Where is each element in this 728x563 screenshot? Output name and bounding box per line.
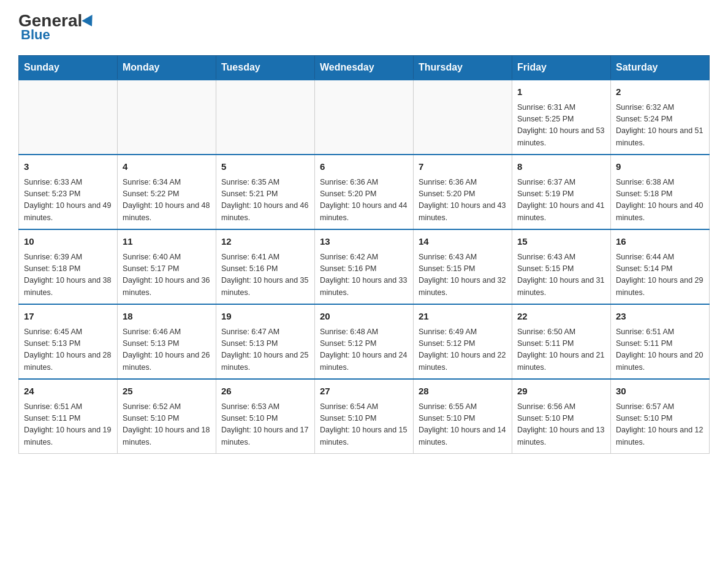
page-header: General Blue [18,12,710,43]
day-number: 14 [419,235,507,249]
calendar-cell: 10Sunrise: 6:39 AM Sunset: 5:18 PM Dayli… [19,229,118,304]
weekday-header-thursday: Thursday [414,56,512,80]
day-number: 29 [517,385,605,399]
calendar-cell: 23Sunrise: 6:51 AM Sunset: 5:11 PM Dayli… [611,304,710,379]
calendar-cell: 8Sunrise: 6:37 AM Sunset: 5:19 PM Daylig… [512,155,611,229]
calendar-cell [414,80,512,155]
calendar-cell: 7Sunrise: 6:36 AM Sunset: 5:20 PM Daylig… [414,155,512,229]
calendar-cell: 27Sunrise: 6:54 AM Sunset: 5:10 PM Dayli… [315,379,414,454]
day-info: Sunrise: 6:51 AM Sunset: 5:11 PM Dayligh… [24,401,112,449]
day-info: Sunrise: 6:45 AM Sunset: 5:13 PM Dayligh… [24,326,112,374]
day-info: Sunrise: 6:52 AM Sunset: 5:10 PM Dayligh… [123,401,211,449]
day-number: 13 [320,235,408,249]
day-number: 27 [320,385,408,399]
day-number: 1 [517,85,605,99]
weekday-header-wednesday: Wednesday [315,56,414,80]
calendar-cell: 16Sunrise: 6:44 AM Sunset: 5:14 PM Dayli… [611,229,710,304]
day-number: 16 [616,235,704,249]
calendar-cell: 19Sunrise: 6:47 AM Sunset: 5:13 PM Dayli… [216,304,315,379]
day-info: Sunrise: 6:39 AM Sunset: 5:18 PM Dayligh… [24,251,112,299]
calendar-cell: 13Sunrise: 6:42 AM Sunset: 5:16 PM Dayli… [315,229,414,304]
day-info: Sunrise: 6:49 AM Sunset: 5:12 PM Dayligh… [419,326,507,374]
day-number: 11 [123,235,211,249]
weekday-header-sunday: Sunday [19,56,118,80]
day-info: Sunrise: 6:43 AM Sunset: 5:15 PM Dayligh… [517,251,605,299]
day-info: Sunrise: 6:42 AM Sunset: 5:16 PM Dayligh… [320,251,408,299]
day-info: Sunrise: 6:57 AM Sunset: 5:10 PM Dayligh… [616,401,704,449]
day-info: Sunrise: 6:35 AM Sunset: 5:21 PM Dayligh… [221,177,309,224]
calendar-cell [19,80,118,155]
calendar-cell: 24Sunrise: 6:51 AM Sunset: 5:11 PM Dayli… [19,379,118,454]
day-number: 4 [123,160,211,174]
day-number: 21 [419,310,507,324]
calendar-cell [216,80,315,155]
day-number: 22 [517,310,605,324]
calendar-cell: 18Sunrise: 6:46 AM Sunset: 5:13 PM Dayli… [118,304,216,379]
calendar-cell: 17Sunrise: 6:45 AM Sunset: 5:13 PM Dayli… [19,304,118,379]
day-info: Sunrise: 6:54 AM Sunset: 5:10 PM Dayligh… [320,401,408,449]
calendar-cell: 25Sunrise: 6:52 AM Sunset: 5:10 PM Dayli… [118,379,216,454]
calendar-cell: 3Sunrise: 6:33 AM Sunset: 5:23 PM Daylig… [19,155,118,229]
day-number: 9 [616,160,704,174]
day-info: Sunrise: 6:48 AM Sunset: 5:12 PM Dayligh… [320,326,408,374]
day-info: Sunrise: 6:56 AM Sunset: 5:10 PM Dayligh… [517,401,605,449]
calendar-cell: 15Sunrise: 6:43 AM Sunset: 5:15 PM Dayli… [512,229,611,304]
calendar-cell: 22Sunrise: 6:50 AM Sunset: 5:11 PM Dayli… [512,304,611,379]
day-info: Sunrise: 6:55 AM Sunset: 5:10 PM Dayligh… [419,401,507,449]
calendar-cell: 14Sunrise: 6:43 AM Sunset: 5:15 PM Dayli… [414,229,512,304]
calendar-header-row: SundayMondayTuesdayWednesdayThursdayFrid… [19,56,710,80]
weekday-header-tuesday: Tuesday [216,56,315,80]
day-number: 12 [221,235,309,249]
day-number: 6 [320,160,408,174]
day-info: Sunrise: 6:31 AM Sunset: 5:25 PM Dayligh… [517,102,605,150]
logo-triangle-icon [82,15,97,29]
day-number: 19 [221,310,309,324]
day-info: Sunrise: 6:36 AM Sunset: 5:20 PM Dayligh… [320,177,408,224]
calendar-cell: 30Sunrise: 6:57 AM Sunset: 5:10 PM Dayli… [611,379,710,454]
day-info: Sunrise: 6:51 AM Sunset: 5:11 PM Dayligh… [616,326,704,374]
day-number: 25 [123,385,211,399]
day-number: 24 [24,385,112,399]
calendar-cell [118,80,216,155]
logo-blue: Blue [21,27,50,43]
day-info: Sunrise: 6:34 AM Sunset: 5:22 PM Dayligh… [123,177,211,224]
calendar-week-row: 1Sunrise: 6:31 AM Sunset: 5:25 PM Daylig… [19,80,710,155]
calendar-cell: 29Sunrise: 6:56 AM Sunset: 5:10 PM Dayli… [512,379,611,454]
calendar-week-row: 3Sunrise: 6:33 AM Sunset: 5:23 PM Daylig… [19,155,710,229]
day-info: Sunrise: 6:36 AM Sunset: 5:20 PM Dayligh… [419,177,507,224]
calendar-week-row: 17Sunrise: 6:45 AM Sunset: 5:13 PM Dayli… [19,304,710,379]
day-info: Sunrise: 6:40 AM Sunset: 5:17 PM Dayligh… [123,251,211,299]
day-number: 18 [123,310,211,324]
weekday-header-friday: Friday [512,56,611,80]
day-info: Sunrise: 6:37 AM Sunset: 5:19 PM Dayligh… [517,177,605,224]
calendar-cell: 1Sunrise: 6:31 AM Sunset: 5:25 PM Daylig… [512,80,611,155]
day-info: Sunrise: 6:50 AM Sunset: 5:11 PM Dayligh… [517,326,605,374]
calendar-cell: 26Sunrise: 6:53 AM Sunset: 5:10 PM Dayli… [216,379,315,454]
day-info: Sunrise: 6:47 AM Sunset: 5:13 PM Dayligh… [221,326,309,374]
day-number: 5 [221,160,309,174]
day-number: 8 [517,160,605,174]
calendar-cell: 4Sunrise: 6:34 AM Sunset: 5:22 PM Daylig… [118,155,216,229]
calendar-cell: 21Sunrise: 6:49 AM Sunset: 5:12 PM Dayli… [414,304,512,379]
day-number: 30 [616,385,704,399]
calendar-cell: 6Sunrise: 6:36 AM Sunset: 5:20 PM Daylig… [315,155,414,229]
day-info: Sunrise: 6:32 AM Sunset: 5:24 PM Dayligh… [616,102,704,150]
day-info: Sunrise: 6:53 AM Sunset: 5:10 PM Dayligh… [221,401,309,449]
day-info: Sunrise: 6:33 AM Sunset: 5:23 PM Dayligh… [24,177,112,224]
calendar-cell: 9Sunrise: 6:38 AM Sunset: 5:18 PM Daylig… [611,155,710,229]
calendar-week-row: 10Sunrise: 6:39 AM Sunset: 5:18 PM Dayli… [19,229,710,304]
calendar-cell: 2Sunrise: 6:32 AM Sunset: 5:24 PM Daylig… [611,80,710,155]
calendar-cell [315,80,414,155]
day-number: 10 [24,235,112,249]
calendar-cell: 20Sunrise: 6:48 AM Sunset: 5:12 PM Dayli… [315,304,414,379]
logo: General Blue [18,12,96,43]
weekday-header-saturday: Saturday [611,56,710,80]
day-number: 7 [419,160,507,174]
day-number: 17 [24,310,112,324]
day-number: 3 [24,160,112,174]
day-info: Sunrise: 6:41 AM Sunset: 5:16 PM Dayligh… [221,251,309,299]
day-info: Sunrise: 6:44 AM Sunset: 5:14 PM Dayligh… [616,251,704,299]
calendar-cell: 11Sunrise: 6:40 AM Sunset: 5:17 PM Dayli… [118,229,216,304]
calendar-cell: 12Sunrise: 6:41 AM Sunset: 5:16 PM Dayli… [216,229,315,304]
day-number: 15 [517,235,605,249]
